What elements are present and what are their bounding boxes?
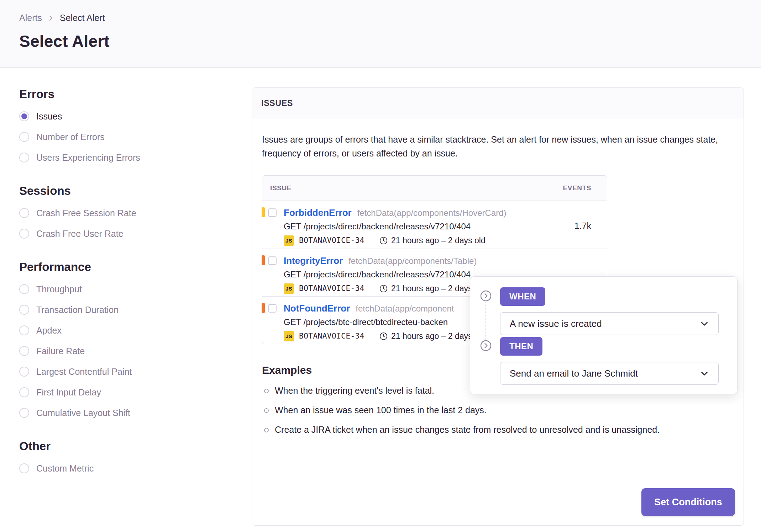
sidebar-item-label: Transaction Duration [36,305,119,315]
group-errors: Errors Issues Number of Errors Users Exp… [19,87,252,163]
when-condition-value: A new issue is created [510,318,602,329]
column-header-issue: ISSUE [270,184,292,192]
breadcrumb-alerts-link[interactable]: Alerts [19,13,42,23]
group-heading: Other [19,440,252,453]
javascript-platform-icon: JS [284,283,294,294]
clock-icon [379,236,388,245]
issue-row-forbiddenerror: ForbiddenError fetchData(app/components/… [262,201,607,249]
sidebar-item-users-experiencing-errors[interactable]: Users Experiencing Errors [19,152,252,163]
radio-icon[interactable] [19,325,29,335]
radio-icon[interactable] [19,305,29,315]
sidebar-item-cumulative-layout-shift[interactable]: Cumulative Layout Shift [19,408,252,418]
page-header: Alerts Select Alert Select Alert [0,0,761,68]
sidebar-item-label: Cumulative Layout Shift [36,408,130,418]
issue-culprit: fetchData(app/components/Table) [348,256,477,266]
issue-title-link[interactable]: NotFoundError [284,303,350,314]
issue-events-count: 1.7k [574,221,591,231]
breadcrumb-current: Select Alert [60,13,105,23]
page-title: Select Alert [19,32,761,51]
group-other: Other Custom Metric [19,440,252,474]
radio-icon[interactable] [19,229,29,239]
sidebar-item-label: First Input Delay [36,387,101,398]
radio-icon[interactable] [19,153,29,163]
group-heading: Performance [19,260,252,274]
sidebar-item-crash-free-session-rate[interactable]: Crash Free Session Rate [19,208,252,218]
issues-panel-header: ISSUES [252,88,744,119]
sidebar-item-crash-free-user-rate[interactable]: Crash Free User Rate [19,228,252,239]
issue-checkbox[interactable] [268,256,277,265]
column-header-events: EVENTS [563,184,591,192]
sidebar-item-largest-contentful-paint[interactable]: Largest Contentful Paint [19,366,252,377]
issue-age: 21 hours ago – 2 days old [391,236,486,245]
sidebar-item-first-input-delay[interactable]: First Input Delay [19,387,252,398]
radio-icon[interactable] [19,208,29,218]
chevron-down-icon [700,369,709,378]
set-conditions-button[interactable]: Set Conditions [641,488,735,516]
radio-icon[interactable] [19,346,29,356]
issue-title-link[interactable]: ForbiddenError [284,207,352,218]
radio-icon[interactable] [19,367,29,377]
issue-culprit: fetchData(app/components/HoverCard) [357,208,507,218]
then-badge: THEN [500,337,542,356]
issue-level-indicator [262,207,265,217]
alert-type-sidebar: Errors Issues Number of Errors Users Exp… [19,87,252,526]
clock-icon [379,332,388,340]
panel-footer: Set Conditions [252,479,744,525]
issues-description: Issues are groups of errors that have a … [262,133,734,160]
group-heading: Sessions [19,184,252,198]
chevron-right-icon [48,15,54,21]
group-performance: Performance Throughput Transaction Durat… [19,260,252,418]
radio-icon[interactable] [19,463,29,473]
sidebar-item-label: Users Experiencing Errors [36,153,140,163]
radio-checked-icon[interactable] [19,111,29,121]
sidebar-item-label: Apdex [36,325,62,336]
chevron-down-icon [700,319,709,328]
breadcrumb: Alerts Select Alert [19,13,761,23]
issue-level-indicator [262,303,265,313]
sidebar-item-label: Custom Metric [36,463,94,474]
sidebar-item-label: Throughput [36,284,82,294]
sidebar-item-label: Failure Rate [36,346,85,356]
circle-chevron-right-icon [480,290,492,302]
group-sessions: Sessions Crash Free Session Rate Crash F… [19,184,252,239]
panel-title: ISSUES [261,99,293,108]
javascript-platform-icon: JS [284,235,294,246]
then-action-select[interactable]: Send an email to Jane Schmidt [500,362,719,385]
when-condition-select[interactable]: A new issue is created [500,312,719,335]
sidebar-item-label: Issues [36,111,62,122]
sidebar-item-custom-metric[interactable]: Custom Metric [19,463,252,474]
radio-icon[interactable] [19,132,29,142]
radio-icon[interactable] [19,387,29,397]
issue-short-id: BOTANAVOICE-34 [299,332,364,340]
sidebar-item-failure-rate[interactable]: Failure Rate [19,346,252,356]
clock-icon [379,284,388,293]
issue-culprit: fetchData(app/component [356,304,454,314]
sidebar-item-label: Crash Free Session Rate [36,208,136,218]
sidebar-item-label: Number of Errors [36,132,105,142]
issue-title-link[interactable]: IntegrityError [284,255,343,266]
issue-checkbox[interactable] [268,304,277,313]
circle-chevron-right-icon [480,340,492,351]
sidebar-item-number-of-errors[interactable]: Number of Errors [19,132,252,142]
radio-icon[interactable] [19,408,29,418]
issues-table-header: ISSUE EVENTS [262,176,607,201]
issue-transaction: GET /projects/direct/backend/releases/v7… [284,222,550,232]
then-action-value: Send an email to Jane Schmidt [510,368,638,379]
rule-connector-line [486,302,486,341]
example-item: When an issue was seen 100 times in the … [262,405,734,415]
group-heading: Errors [19,87,252,101]
issue-short-id: BOTANAVOICE-34 [299,236,364,245]
issue-short-id: BOTANAVOICE-34 [299,284,364,293]
rule-conditions-overlay: WHEN A new issue is created THEN Send an… [470,276,738,394]
when-badge: WHEN [500,287,545,306]
sidebar-item-transaction-duration[interactable]: Transaction Duration [19,304,252,315]
issue-level-indicator [262,255,265,265]
sidebar-item-label: Crash Free User Rate [36,229,124,239]
radio-icon[interactable] [19,284,29,294]
sidebar-item-apdex[interactable]: Apdex [19,325,252,336]
sidebar-item-throughput[interactable]: Throughput [19,284,252,294]
example-item: Create a JIRA ticket when an issue chang… [262,425,734,435]
issues-panel: ISSUES Issues are groups of errors that … [252,87,744,526]
sidebar-item-issues[interactable]: Issues [19,111,252,122]
issue-checkbox[interactable] [268,208,277,217]
